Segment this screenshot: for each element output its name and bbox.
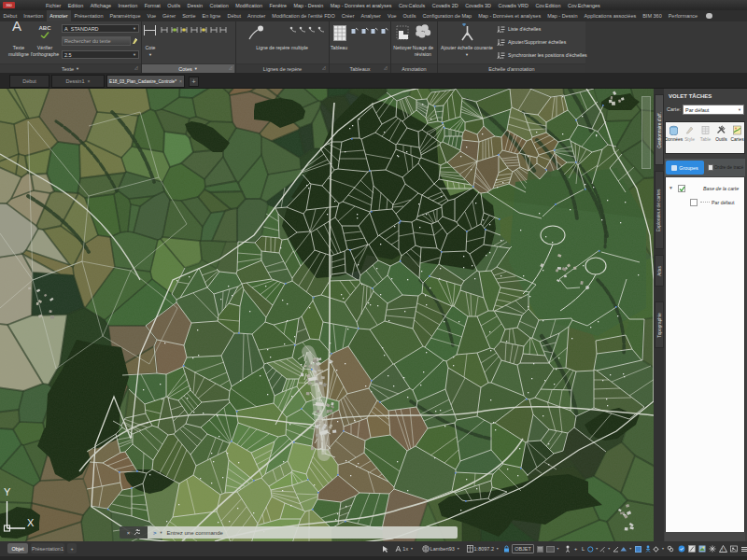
svg-text:Y: Y xyxy=(4,486,11,497)
svg-text:!: ! xyxy=(722,547,723,553)
svg-text:X: X xyxy=(27,517,35,528)
